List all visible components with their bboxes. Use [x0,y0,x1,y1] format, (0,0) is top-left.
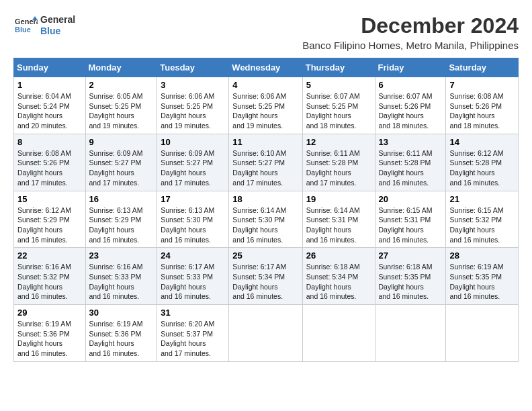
day-info: Sunrise: 6:15 AM Sunset: 5:31 PM Dayligh… [379,205,443,245]
table-row: 20 Sunrise: 6:15 AM Sunset: 5:31 PM Dayl… [375,191,446,248]
table-row: 21 Sunrise: 6:15 AM Sunset: 5:32 PM Dayl… [446,191,519,248]
day-number: 22 [17,250,82,261]
day-info: Sunrise: 6:11 AM Sunset: 5:28 PM Dayligh… [306,148,371,188]
day-info: Sunrise: 6:07 AM Sunset: 5:25 PM Dayligh… [306,91,371,131]
day-info: Sunrise: 6:14 AM Sunset: 5:31 PM Dayligh… [306,205,371,245]
day-info: Sunrise: 6:19 AM Sunset: 5:36 PM Dayligh… [89,319,154,359]
table-row: 18 Sunrise: 6:14 AM Sunset: 5:30 PM Dayl… [229,191,302,248]
svg-text:Blue: Blue [15,26,31,34]
day-info: Sunrise: 6:19 AM Sunset: 5:36 PM Dayligh… [17,319,82,359]
table-row: 6 Sunrise: 6:07 AM Sunset: 5:26 PM Dayli… [375,77,446,134]
table-row: 30 Sunrise: 6:19 AM Sunset: 5:36 PM Dayl… [85,305,157,362]
table-row: 26 Sunrise: 6:18 AM Sunset: 5:34 PM Dayl… [302,248,375,305]
calendar: Sunday Monday Tuesday Wednesday Thursday… [13,58,519,362]
day-number: 4 [232,80,298,90]
day-number: 24 [161,250,225,261]
day-info: Sunrise: 6:05 AM Sunset: 5:25 PM Dayligh… [89,91,154,131]
col-thursday: Thursday [302,58,375,77]
table-row: 16 Sunrise: 6:13 AM Sunset: 5:29 PM Dayl… [85,191,157,248]
table-row: 22 Sunrise: 6:16 AM Sunset: 5:32 PM Dayl… [14,248,86,305]
day-number: 11 [232,137,298,147]
table-row: 7 Sunrise: 6:08 AM Sunset: 5:26 PM Dayli… [446,77,519,134]
day-number: 21 [449,194,515,204]
day-info: Sunrise: 6:19 AM Sunset: 5:35 PM Dayligh… [449,262,515,302]
day-number: 13 [379,137,443,147]
day-number: 23 [89,250,154,261]
empty-cell [446,305,519,362]
day-number: 28 [449,250,515,261]
col-tuesday: Tuesday [157,58,229,77]
day-info: Sunrise: 6:15 AM Sunset: 5:32 PM Dayligh… [449,205,515,245]
day-info: Sunrise: 6:09 AM Sunset: 5:27 PM Dayligh… [89,148,154,188]
calendar-week-row: 22 Sunrise: 6:16 AM Sunset: 5:32 PM Dayl… [14,248,519,305]
table-row: 23 Sunrise: 6:16 AM Sunset: 5:33 PM Dayl… [85,248,157,305]
calendar-week-row: 1 Sunrise: 6:04 AM Sunset: 5:24 PM Dayli… [14,77,519,134]
day-number: 14 [449,137,515,147]
day-number: 27 [379,250,443,261]
day-info: Sunrise: 6:09 AM Sunset: 5:27 PM Dayligh… [161,148,225,188]
col-friday: Friday [375,58,446,77]
logo-text: General Blue [40,14,75,37]
day-info: Sunrise: 6:18 AM Sunset: 5:34 PM Dayligh… [306,262,371,302]
table-row: 11 Sunrise: 6:10 AM Sunset: 5:27 PM Dayl… [229,134,302,191]
day-info: Sunrise: 6:13 AM Sunset: 5:30 PM Dayligh… [161,205,225,245]
day-number: 18 [232,194,298,204]
day-number: 7 [449,80,515,90]
table-row: 13 Sunrise: 6:11 AM Sunset: 5:28 PM Dayl… [375,134,446,191]
day-info: Sunrise: 6:17 AM Sunset: 5:34 PM Dayligh… [232,262,298,302]
day-number: 31 [161,308,225,318]
day-number: 6 [379,80,443,90]
calendar-week-row: 15 Sunrise: 6:12 AM Sunset: 5:29 PM Dayl… [14,191,519,248]
calendar-header-row: Sunday Monday Tuesday Wednesday Thursday… [14,58,519,77]
day-info: Sunrise: 6:10 AM Sunset: 5:27 PM Dayligh… [232,148,298,188]
table-row: 12 Sunrise: 6:11 AM Sunset: 5:28 PM Dayl… [302,134,375,191]
day-info: Sunrise: 6:20 AM Sunset: 5:37 PM Dayligh… [161,319,225,359]
day-info: Sunrise: 6:11 AM Sunset: 5:28 PM Dayligh… [379,148,443,188]
day-info: Sunrise: 6:04 AM Sunset: 5:24 PM Dayligh… [17,91,82,131]
empty-cell [302,305,375,362]
day-info: Sunrise: 6:12 AM Sunset: 5:28 PM Dayligh… [449,148,515,188]
day-info: Sunrise: 6:18 AM Sunset: 5:35 PM Dayligh… [379,262,443,302]
table-row: 8 Sunrise: 6:08 AM Sunset: 5:26 PM Dayli… [14,134,86,191]
day-info: Sunrise: 6:17 AM Sunset: 5:33 PM Dayligh… [161,262,225,302]
col-wednesday: Wednesday [229,58,302,77]
day-number: 12 [306,137,371,147]
table-row: 17 Sunrise: 6:13 AM Sunset: 5:30 PM Dayl… [157,191,229,248]
day-number: 30 [89,308,154,318]
col-monday: Monday [85,58,157,77]
day-number: 15 [17,194,82,204]
table-row: 19 Sunrise: 6:14 AM Sunset: 5:31 PM Dayl… [302,191,375,248]
table-row: 25 Sunrise: 6:17 AM Sunset: 5:34 PM Dayl… [229,248,302,305]
empty-cell [375,305,446,362]
table-row: 31 Sunrise: 6:20 AM Sunset: 5:37 PM Dayl… [157,305,229,362]
day-info: Sunrise: 6:08 AM Sunset: 5:26 PM Dayligh… [449,91,515,131]
day-info: Sunrise: 6:13 AM Sunset: 5:29 PM Dayligh… [89,205,154,245]
table-row: 5 Sunrise: 6:07 AM Sunset: 5:25 PM Dayli… [302,77,375,134]
day-number: 2 [89,80,154,90]
col-saturday: Saturday [446,58,519,77]
table-row: 28 Sunrise: 6:19 AM Sunset: 5:35 PM Dayl… [446,248,519,305]
table-row: 9 Sunrise: 6:09 AM Sunset: 5:27 PM Dayli… [85,134,157,191]
table-row: 14 Sunrise: 6:12 AM Sunset: 5:28 PM Dayl… [446,134,519,191]
day-number: 10 [161,137,225,147]
day-info: Sunrise: 6:16 AM Sunset: 5:32 PM Dayligh… [17,262,82,302]
day-info: Sunrise: 6:14 AM Sunset: 5:30 PM Dayligh… [232,205,298,245]
day-number: 17 [161,194,225,204]
day-number: 26 [306,250,371,261]
day-number: 9 [89,137,154,147]
day-info: Sunrise: 6:16 AM Sunset: 5:33 PM Dayligh… [89,262,154,302]
table-row: 15 Sunrise: 6:12 AM Sunset: 5:29 PM Dayl… [14,191,86,248]
calendar-week-row: 29 Sunrise: 6:19 AM Sunset: 5:36 PM Dayl… [14,305,519,362]
day-number: 16 [89,194,154,204]
empty-cell [229,305,302,362]
day-number: 20 [379,194,443,204]
table-row: 10 Sunrise: 6:09 AM Sunset: 5:27 PM Dayl… [157,134,229,191]
table-row: 4 Sunrise: 6:06 AM Sunset: 5:25 PM Dayli… [229,77,302,134]
day-info: Sunrise: 6:06 AM Sunset: 5:25 PM Dayligh… [232,91,298,131]
table-row: 24 Sunrise: 6:17 AM Sunset: 5:33 PM Dayl… [157,248,229,305]
col-sunday: Sunday [14,58,86,77]
month-title: December 2024 [302,13,519,38]
title-section: December 2024 Banco Filipino Homes, Metr… [302,13,519,51]
table-row: 27 Sunrise: 6:18 AM Sunset: 5:35 PM Dayl… [375,248,446,305]
table-row: 29 Sunrise: 6:19 AM Sunset: 5:36 PM Dayl… [14,305,86,362]
